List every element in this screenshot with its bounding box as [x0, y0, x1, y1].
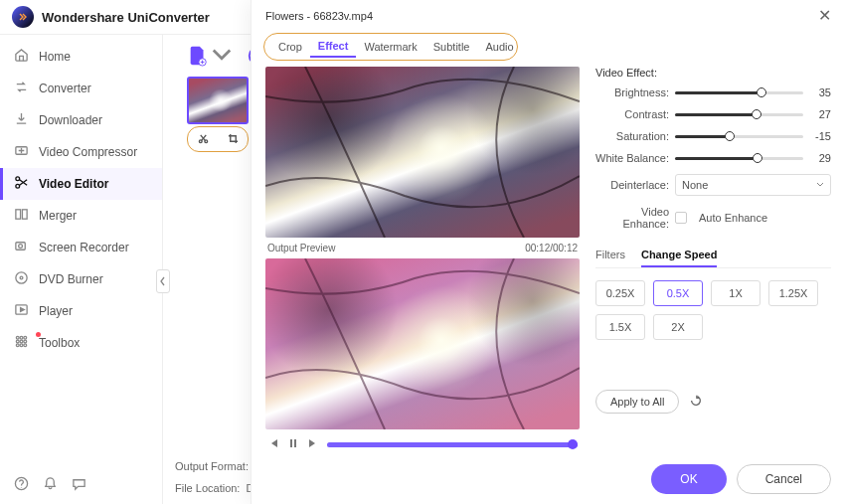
sidebar-label: Toolbox	[39, 336, 80, 350]
add-file-button[interactable]	[187, 45, 233, 67]
next-button[interactable]	[307, 435, 319, 453]
help-icon[interactable]	[14, 476, 29, 495]
cut-icon[interactable]	[198, 130, 209, 148]
deinterlace-label: Deinterlace:	[595, 179, 669, 191]
sidebar: HomeConverterDownloaderVideo CompressorV…	[0, 35, 163, 504]
speed-2x[interactable]: 2X	[653, 314, 703, 340]
sidebar-item-home[interactable]: Home	[0, 41, 162, 73]
slider-value: 27	[809, 108, 831, 120]
seek-slider[interactable]	[327, 442, 578, 447]
tab-effect[interactable]: Effect	[310, 36, 357, 58]
sidebar-item-converter[interactable]: Converter	[0, 73, 162, 104]
speed-0-5x[interactable]: 0.5X	[653, 280, 703, 306]
svg-point-13	[16, 340, 19, 343]
apply-all-button[interactable]: Apply to All	[595, 390, 679, 414]
slider-label: White Balance:	[595, 152, 669, 164]
slider-value: 35	[809, 86, 831, 98]
preview-label: Output Preview	[267, 243, 335, 253]
slider-value: -15	[809, 130, 831, 142]
ok-button[interactable]: OK	[651, 464, 726, 494]
svg-point-15	[24, 340, 27, 343]
sidebar-label: Merger	[39, 209, 77, 223]
speed-1x[interactable]: 1X	[711, 280, 760, 306]
sidebar-label: Converter	[39, 82, 91, 95]
speed-0-25x[interactable]: 0.25X	[595, 280, 645, 306]
chevron-down-icon	[816, 181, 824, 189]
tab-subtitle[interactable]: Subtitle	[425, 37, 478, 57]
svg-point-1	[16, 177, 20, 181]
speed-1-25x[interactable]: 1.25X	[768, 280, 818, 306]
svg-point-7	[16, 272, 27, 283]
sidebar-item-screen-recorder[interactable]: Screen Recorder	[0, 232, 162, 263]
sidebar-label: DVD Burner	[39, 272, 103, 286]
output-format-label: Output Format:	[175, 460, 249, 472]
merge-icon	[14, 207, 29, 222]
home-icon	[14, 48, 29, 63]
effect-modal: Flowers - 66823v.mp4 ✕ CropEffectWaterma…	[251, 0, 845, 504]
sidebar-label: Home	[39, 50, 71, 64]
sidebar-item-toolbox[interactable]: Toolbox	[0, 327, 162, 359]
slider-label: Brightness:	[595, 86, 669, 98]
sidebar-label: Video Compressor	[39, 145, 137, 159]
sidebar-item-dvd-burner[interactable]: DVD Burner	[0, 263, 162, 295]
sidebar-item-downloader[interactable]: Downloader	[0, 104, 162, 136]
feedback-icon[interactable]	[72, 476, 86, 495]
svg-point-2	[16, 184, 20, 188]
tab-watermark[interactable]: Watermark	[356, 37, 424, 57]
slider-value: 29	[809, 152, 831, 164]
video-thumbnail[interactable]	[187, 77, 249, 124]
brightness-slider[interactable]	[675, 91, 803, 94]
prev-button[interactable]	[267, 435, 279, 453]
sidebar-item-video-editor[interactable]: Video Editor	[0, 168, 162, 200]
grid-icon	[14, 334, 29, 349]
thumb-action-bar	[187, 126, 249, 152]
preview-original	[265, 67, 580, 238]
svg-point-17	[20, 344, 23, 347]
whitebalance-slider[interactable]	[675, 157, 803, 160]
saturation-slider[interactable]	[675, 135, 803, 138]
tab-audio[interactable]: Audio	[477, 37, 521, 57]
timecode: 00:12/00:12	[525, 243, 578, 253]
sidebar-item-merger[interactable]: Merger	[0, 200, 162, 232]
modal-tabs: CropEffectWatermarkSubtitleAudio	[263, 33, 518, 61]
speed-1-5x[interactable]: 1.5X	[595, 314, 645, 340]
play-icon	[14, 302, 29, 317]
auto-enhance-checkbox[interactable]	[675, 212, 687, 224]
crop-icon[interactable]	[228, 130, 239, 148]
sidebar-item-video-compressor[interactable]: Video Compressor	[0, 136, 162, 168]
svg-point-6	[19, 245, 23, 249]
sidebar-label: Downloader	[39, 113, 102, 127]
bell-icon[interactable]	[43, 476, 58, 495]
disc-icon	[14, 270, 29, 285]
contrast-slider[interactable]	[675, 113, 803, 116]
subtab-change-speed[interactable]: Change Speed	[641, 244, 717, 267]
svg-point-11	[20, 336, 23, 339]
converter-icon	[14, 80, 29, 94]
sidebar-label: Screen Recorder	[39, 241, 129, 254]
sidebar-item-player[interactable]: Player	[0, 295, 162, 327]
file-location-label: File Location:	[175, 482, 240, 494]
video-effect-title: Video Effect:	[595, 67, 831, 79]
pause-button[interactable]	[287, 435, 299, 453]
svg-rect-5	[16, 243, 25, 251]
sidebar-label: Player	[39, 304, 73, 318]
download-icon	[14, 111, 29, 126]
svg-point-18	[24, 344, 27, 347]
close-icon[interactable]: ✕	[818, 6, 831, 25]
record-icon	[14, 239, 29, 253]
svg-point-10	[16, 336, 19, 339]
svg-rect-4	[22, 210, 27, 219]
deinterlace-select[interactable]: None	[675, 174, 831, 196]
app-logo	[12, 6, 34, 28]
sidebar-bottom	[0, 466, 162, 504]
svg-point-14	[20, 340, 23, 343]
app-title: Wondershare UniConverter	[42, 10, 210, 25]
subtab-filters[interactable]: Filters	[595, 244, 625, 267]
reset-icon[interactable]	[689, 394, 703, 410]
cancel-button[interactable]: Cancel	[737, 464, 831, 494]
svg-rect-3	[16, 210, 21, 219]
slider-label: Contrast:	[595, 108, 669, 120]
auto-enhance-label: Auto Enhance	[699, 212, 767, 224]
tab-crop[interactable]: Crop	[270, 37, 310, 57]
scissors-icon	[14, 175, 29, 190]
